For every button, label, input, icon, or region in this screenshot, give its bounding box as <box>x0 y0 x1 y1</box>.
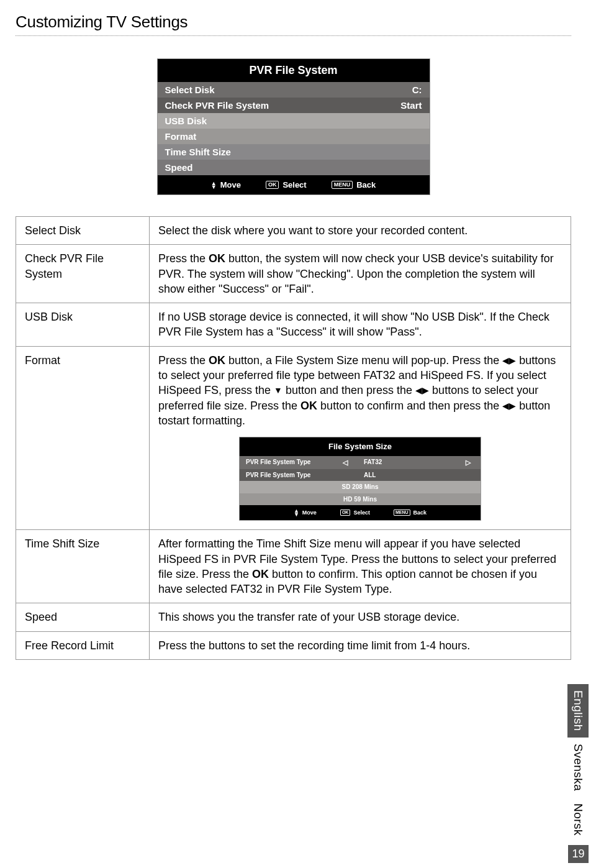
left-right-icon: ◀▶ <box>502 400 516 412</box>
page-title: Customizing TV Settings <box>16 12 571 32</box>
separator-line <box>16 35 571 36</box>
fss-row-type2[interactable]: PVR File System Type ALL <box>240 469 481 482</box>
row-desc: Press the OK button, a File System Size … <box>150 346 571 530</box>
updown-icon: ▲▼ <box>294 509 299 516</box>
footer-move-label: Move <box>220 180 241 190</box>
ok-text: OK <box>209 354 225 367</box>
lang-tab-english[interactable]: English <box>567 684 589 738</box>
pvr-row-check[interactable]: Check PVR File System Start <box>158 98 430 113</box>
fss-panel: File System Size PVR File System Type ◁ … <box>239 437 481 521</box>
pvr-row-label: Time Shift Size <box>165 147 231 157</box>
pvr-row-value: Start <box>400 100 422 111</box>
left-right-icon: ◀▶ <box>502 355 516 367</box>
row-desc: After formatting the Time Shift Size men… <box>150 530 571 603</box>
table-row: Format Press the OK button, a File Syste… <box>16 346 571 530</box>
row-label: Format <box>16 346 150 530</box>
right-icon: ▷ <box>462 458 474 467</box>
pvr-row-label: Speed <box>165 162 193 173</box>
updown-icon: ▲▼ <box>211 181 217 189</box>
row-desc: This shows you the transfer rate of your… <box>150 603 571 631</box>
pvr-row-label: Check PVR File System <box>165 100 269 111</box>
table-row: Time Shift Size After formatting the Tim… <box>16 530 571 603</box>
ok-icon: OK <box>266 181 279 189</box>
row-desc: Select the disk where you want to store … <box>150 217 571 245</box>
fss-row-value: FAT32 <box>351 458 462 467</box>
fss-row-value: ALL <box>351 471 462 480</box>
pvr-panel-footer: ▲▼ Move OK Select MENU Back <box>158 175 430 194</box>
row-label: Select Disk <box>16 217 150 245</box>
table-row: Select Disk Select the disk where you wa… <box>16 217 571 245</box>
pvr-row-label: Format <box>165 131 197 142</box>
pvr-row-label: USB Disk <box>165 116 207 126</box>
fss-panel-footer: ▲▼ Move OK Select MENU Back <box>240 505 481 520</box>
table-row: Speed This shows you the transfer rate o… <box>16 603 571 631</box>
footer-select-label: Select <box>282 180 306 190</box>
fss-row-type[interactable]: PVR File System Type ◁ FAT32 ▷ <box>240 456 481 469</box>
footer-back-label: Back <box>356 180 376 190</box>
fss-row-sd: SD 208 Mins <box>240 481 481 493</box>
row-desc: Press the buttons to set the recording t… <box>150 631 571 659</box>
pvr-panel: PVR File System Select Disk C: Check PVR… <box>157 58 430 195</box>
pvr-row-timeshift[interactable]: Time Shift Size <box>158 144 430 160</box>
down-icon: ▼ <box>274 385 282 396</box>
fss-row-label: PVR File System Type <box>246 458 339 467</box>
pvr-row-usb[interactable]: USB Disk <box>158 113 430 129</box>
pvr-row-format[interactable]: Format <box>158 129 430 144</box>
language-tabs: English Svenska Norsk <box>567 684 589 842</box>
ok-text: OK <box>209 252 225 265</box>
fss-row-hd: HD 59 Mins <box>240 493 481 506</box>
lang-tab-svenska[interactable]: Svenska <box>567 738 589 797</box>
pvr-row-select-disk[interactable]: Select Disk C: <box>158 82 430 98</box>
pvr-panel-title: PVR File System <box>158 59 430 82</box>
footer-select-label: Select <box>353 509 370 516</box>
footer-move-label: Move <box>302 509 317 516</box>
table-row: USB Disk If no USB storage device is con… <box>16 303 571 347</box>
menu-icon: MENU <box>332 181 353 189</box>
footer-back-label: Back <box>413 509 427 516</box>
row-desc: Press the OK button, the system will now… <box>150 245 571 303</box>
ok-text: OK <box>252 568 269 580</box>
page-number: 19 <box>568 845 589 863</box>
pvr-row-speed[interactable]: Speed <box>158 160 430 175</box>
row-label: USB Disk <box>16 303 150 347</box>
pvr-row-value: C: <box>412 85 422 95</box>
table-row: Free Record Limit Press the buttons to s… <box>16 631 571 659</box>
ok-text: OK <box>300 400 317 412</box>
table-row: Check PVR File System Press the OK butto… <box>16 245 571 303</box>
lang-tab-norsk[interactable]: Norsk <box>567 797 589 842</box>
fss-hd-value: HD 59 Mins <box>246 495 474 504</box>
row-label: Check PVR File System <box>16 245 150 303</box>
left-icon: ◁ <box>339 458 351 467</box>
left-right-icon: ◀▶ <box>415 385 429 396</box>
fss-sd-value: SD 208 Mins <box>246 483 474 491</box>
fss-row-label: PVR File System Type <box>246 471 339 480</box>
pvr-row-label: Select Disk <box>165 85 215 95</box>
row-label: Time Shift Size <box>16 530 150 603</box>
row-label: Free Record Limit <box>16 631 150 659</box>
row-desc: If no USB storage device is connected, i… <box>150 303 571 347</box>
row-label: Speed <box>16 603 150 631</box>
fss-panel-title: File System Size <box>240 437 481 456</box>
ok-icon: OK <box>340 509 351 516</box>
description-table: Select Disk Select the disk where you wa… <box>16 216 571 660</box>
menu-icon: MENU <box>394 509 410 516</box>
